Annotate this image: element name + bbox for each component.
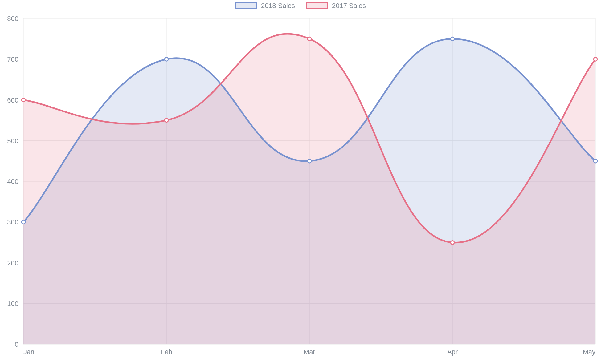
data-point[interactable] <box>165 119 168 122</box>
data-point[interactable] <box>451 37 454 41</box>
y-tick-label: 800 <box>7 15 18 22</box>
x-tick-label: Jan <box>23 348 34 356</box>
data-point[interactable] <box>451 241 454 244</box>
y-tick-label: 400 <box>7 178 18 185</box>
data-point[interactable] <box>165 57 168 61</box>
data-point[interactable] <box>308 37 311 41</box>
legend-swatch-2018 <box>235 2 257 9</box>
y-tick-label: 600 <box>7 96 18 104</box>
data-point[interactable] <box>594 57 597 61</box>
y-tick-label: 200 <box>7 259 18 267</box>
x-tick-label: Feb <box>161 348 172 356</box>
legend-label-2018: 2018 Sales <box>261 2 295 10</box>
y-tick-label: 500 <box>7 137 18 145</box>
data-point[interactable] <box>22 98 25 102</box>
x-tick-label: Apr <box>447 348 458 356</box>
y-tick-label: 0 <box>15 341 18 348</box>
legend-item-2018[interactable]: 2018 Sales <box>235 2 295 10</box>
sales-line-chart: 2018 Sales 2017 Sales 010020030040050060… <box>0 0 601 364</box>
legend-item-2017[interactable]: 2017 Sales <box>306 2 366 10</box>
data-point[interactable] <box>308 159 311 163</box>
y-tick-label: 300 <box>7 218 18 226</box>
chart-legend: 2018 Sales 2017 Sales <box>0 2 601 10</box>
data-point[interactable] <box>594 159 597 163</box>
legend-label-2017: 2017 Sales <box>332 2 366 10</box>
y-tick-label: 700 <box>7 55 18 63</box>
data-point[interactable] <box>22 220 25 224</box>
x-tick-label: May <box>583 348 595 356</box>
chart-plot-area: 0100200300400500600700800JanFebMarAprMay <box>0 0 601 364</box>
legend-swatch-2017 <box>306 2 328 9</box>
x-tick-label: Mar <box>304 348 315 356</box>
y-tick-label: 100 <box>7 300 18 308</box>
